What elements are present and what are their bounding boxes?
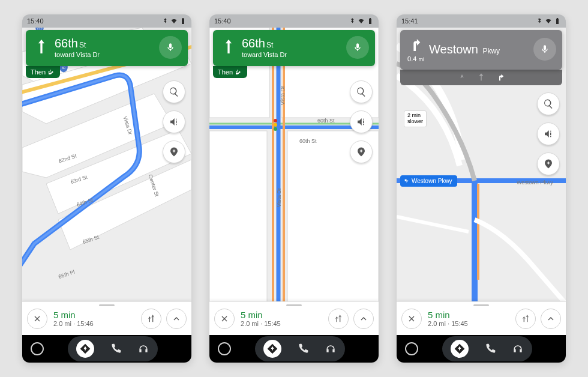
bluetooth-icon xyxy=(349,17,356,25)
sheet-handle[interactable] xyxy=(473,304,489,306)
battery-icon xyxy=(554,17,561,25)
phone-app-button[interactable] xyxy=(297,343,309,355)
nav-app-button[interactable] xyxy=(451,340,469,358)
status-icons xyxy=(161,17,187,25)
sheet-handle[interactable] xyxy=(286,304,302,306)
eta-detail: 2.0 mi · 15:45 xyxy=(241,320,328,327)
voice-button[interactable] xyxy=(346,36,369,59)
phone-screenshot-1: 15:40 215 80 62nd St 63rd St 64th St 65t… xyxy=(22,14,191,363)
headphones-app-button[interactable] xyxy=(325,343,337,355)
turn-distance: 0.4 mi xyxy=(407,55,424,62)
headphones-app-button[interactable] xyxy=(512,343,524,355)
hint-chip-label: 2 min slower xyxy=(407,112,423,124)
then-step[interactable]: Then xyxy=(26,66,60,78)
status-time: 15:40 xyxy=(27,17,44,25)
toward-suffix: Dr xyxy=(280,51,287,58)
eta-time: 5 min xyxy=(428,310,515,320)
then-label: Then xyxy=(218,68,233,76)
wifi-icon xyxy=(358,17,365,25)
route-street-chip[interactable]: Westown Pkwy xyxy=(400,175,457,187)
alt-routes-button[interactable] xyxy=(328,309,349,329)
eta-detail: 2.0 mi · 15:46 xyxy=(53,320,141,327)
alt-routes-button[interactable] xyxy=(515,309,536,329)
sound-button[interactable] xyxy=(537,122,560,145)
voice-button[interactable] xyxy=(533,38,556,61)
close-button[interactable] xyxy=(214,309,235,329)
nav-app-button[interactable] xyxy=(263,340,281,358)
search-button[interactable] xyxy=(163,80,185,103)
phone-app-button[interactable] xyxy=(484,343,496,355)
lane-slight-left-icon xyxy=(457,73,467,82)
expand-button[interactable] xyxy=(353,309,374,329)
search-button[interactable] xyxy=(537,92,560,115)
toward-dest: Vista xyxy=(76,51,91,58)
status-time: 15:41 xyxy=(401,17,418,25)
road-suffix: St xyxy=(266,41,273,49)
eta-time: 5 min xyxy=(53,310,141,320)
toward-suffix: Dr xyxy=(92,51,100,58)
nav-dock xyxy=(397,335,566,363)
headphones-app-button[interactable] xyxy=(137,343,149,355)
then-step[interactable]: Then xyxy=(213,66,247,78)
street-label: 60th St xyxy=(299,138,317,144)
direction-banner[interactable]: 0.4 mi Westown Pkwy xyxy=(400,30,562,70)
voice-button[interactable] xyxy=(159,36,182,59)
nav-app-button[interactable] xyxy=(76,340,94,358)
lane-right-icon xyxy=(496,73,505,82)
sound-button[interactable] xyxy=(350,110,373,133)
app-dock xyxy=(255,336,345,361)
app-dock xyxy=(442,336,532,361)
turn-straight-icon xyxy=(32,38,51,56)
home-circle-button[interactable] xyxy=(405,342,418,355)
trip-sheet[interactable]: 5 min 2.0 mi · 15:45 xyxy=(209,301,379,335)
close-button[interactable] xyxy=(27,309,47,329)
alt-route-hint[interactable]: 2 min slower xyxy=(404,110,427,127)
wifi-icon xyxy=(545,17,552,25)
expand-button[interactable] xyxy=(166,309,187,329)
phone-screenshot-3: 15:41 Westown Pkwy Westown Pkwy 2 min xyxy=(397,14,566,363)
alt-routes-button[interactable] xyxy=(141,309,161,329)
report-button[interactable] xyxy=(350,140,373,163)
road-name: Westown xyxy=(429,43,478,56)
phone-app-button[interactable] xyxy=(110,343,122,355)
status-bar: 15:40 xyxy=(22,14,191,28)
status-time: 15:40 xyxy=(214,17,231,25)
nav-dock xyxy=(22,335,191,363)
svg-point-20 xyxy=(274,123,277,127)
road-name: 66th xyxy=(242,37,265,50)
search-button[interactable] xyxy=(350,80,373,103)
street-label: 60th St xyxy=(317,118,335,124)
direction-banner[interactable]: 66thSt toward Vista Dr xyxy=(213,30,375,66)
home-circle-button[interactable] xyxy=(31,342,44,355)
home-circle-button[interactable] xyxy=(218,342,231,355)
direction-banner[interactable]: 66thSt toward Vista Dr xyxy=(26,30,188,66)
app-dock xyxy=(68,336,158,361)
sound-button[interactable] xyxy=(163,110,185,133)
turn-right-icon: 0.4 mi xyxy=(406,36,425,62)
toward-label: toward xyxy=(55,51,74,58)
road-suffix: Pkwy xyxy=(482,47,500,55)
report-button[interactable] xyxy=(163,140,185,163)
status-bar: 15:40 xyxy=(209,14,379,28)
phone-screenshot-2: 15:40 Vista Dr 60th St 60th St Vista Dr xyxy=(209,14,379,363)
then-label: Then xyxy=(31,68,46,76)
status-icons xyxy=(349,17,374,25)
expand-button[interactable] xyxy=(541,309,561,329)
nav-dock xyxy=(209,335,379,363)
report-button[interactable] xyxy=(537,152,560,175)
lane-straight-icon xyxy=(476,73,486,82)
battery-icon xyxy=(367,17,374,25)
close-button[interactable] xyxy=(401,309,422,329)
toward-label: toward xyxy=(242,51,262,58)
sheet-handle[interactable] xyxy=(99,304,115,306)
status-icons xyxy=(536,17,561,25)
road-name: 66th xyxy=(55,37,78,50)
bluetooth-icon xyxy=(536,17,543,25)
street-label: Vista Dr xyxy=(276,188,282,207)
eta-time: 5 min xyxy=(241,310,328,320)
trip-sheet[interactable]: 5 min 2.0 mi · 15:46 xyxy=(22,301,191,335)
street-chip-label: Westown Pkwy xyxy=(412,178,452,184)
wifi-icon xyxy=(170,17,178,25)
trip-sheet[interactable]: 5 min 2.0 mi · 15:45 xyxy=(397,301,566,335)
turn-straight-icon xyxy=(219,38,238,56)
